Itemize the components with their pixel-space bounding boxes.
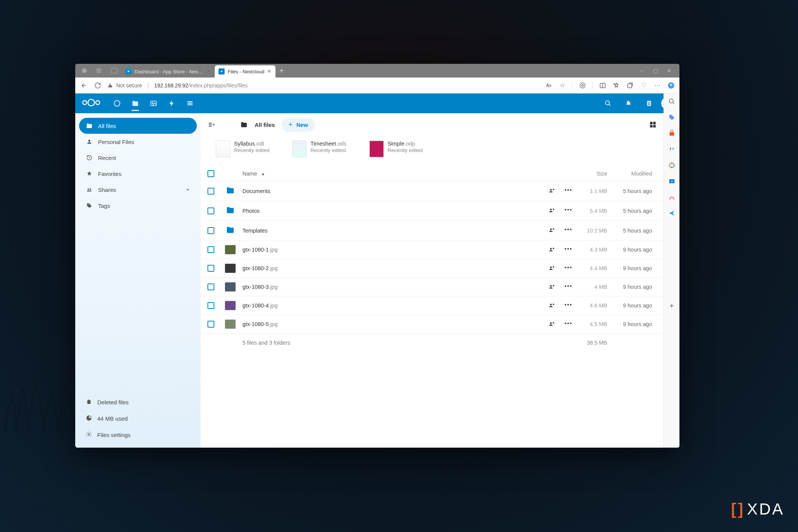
app-photos[interactable] [145,95,162,112]
minimize-button[interactable]: ─ [639,68,644,73]
favorites-bar-icon[interactable] [613,82,620,89]
favorite-icon[interactable]: ☆ [559,82,566,89]
svg-point-0 [128,71,129,72]
heart-icon[interactable]: ♡ [640,82,648,89]
file-modified: 9 hours ago [607,321,657,327]
recent-file[interactable]: Timesheet.ods Recently edited [292,141,347,157]
sidebar-item-tags[interactable]: Tags [79,198,197,214]
tab-files[interactable]: Files - Nextcloud × [215,65,276,78]
sidebar-deleted-files[interactable]: Deleted files [79,394,197,410]
reload-button[interactable] [93,81,102,90]
more-actions-button[interactable]: ••• [564,226,573,234]
row-checkbox[interactable] [207,188,214,195]
read-aloud-icon[interactable]: A)) [545,82,553,89]
tab-actions-icon[interactable] [109,66,119,75]
sidebar-office-icon[interactable] [668,161,676,169]
file-thumbnail [292,141,307,157]
tab-dashboard[interactable]: Dashboard - App Store - Nextcl… × [122,65,215,78]
share-button[interactable] [547,187,556,195]
table-row[interactable]: Documents ••• 1.1 MB 5 hours ago [201,181,663,201]
sidebar-add-icon[interactable]: + [668,302,676,310]
more-icon[interactable]: ⋯ [654,82,661,89]
share-button[interactable] [547,207,556,215]
new-tab-button[interactable]: + [276,66,288,75]
toggle-sidebar-button[interactable] [207,121,215,128]
sidebar-item-all-files[interactable]: All files [79,118,197,134]
sidebar-tools-icon[interactable] [668,145,676,154]
row-checkbox[interactable] [207,265,214,272]
search-button[interactable] [600,95,616,112]
recent-file[interactable]: Simple.odp Recently edited [369,141,423,157]
sidebar-shopping-icon[interactable] [668,129,676,138]
table-row[interactable]: gtx-1080-4.jpg ••• 4.6 MB 9 hours ago [201,296,663,315]
view-grid-button[interactable] [649,121,657,128]
recent-file[interactable]: Syllabus.odt Recently edited [216,141,269,157]
url-field[interactable]: 192.168.29.92/index.php/apps/files/files [154,82,248,89]
file-modified: 5 hours ago [607,228,657,234]
row-checkbox[interactable] [207,321,214,328]
more-actions-button[interactable]: ••• [564,283,573,291]
new-button[interactable]: + New [282,118,315,132]
table-row[interactable]: Templates ••• 10.2 MB 5 hours ago [201,221,663,241]
sidebar-tag-icon[interactable] [668,113,676,122]
select-all-checkbox[interactable] [207,170,214,177]
sidebar-files-settings[interactable]: Files settings [79,427,197,443]
sidebar-item-recent[interactable]: Recent [79,150,197,166]
breadcrumb-root[interactable] [240,121,248,128]
svg-point-12 [96,101,100,104]
sidebar-item-personal[interactable]: Personal Files [79,134,197,150]
share-button[interactable] [547,302,556,310]
close-icon[interactable]: × [207,68,210,75]
nextcloud-logo[interactable] [81,98,101,109]
more-actions-button[interactable]: ••• [564,187,573,195]
table-row[interactable]: gtx-1080-2.jpg ••• 4.4 MB 9 hours ago [201,259,663,278]
app-activity[interactable] [163,95,180,112]
sidebar-outlook-icon[interactable]: O [668,177,676,185]
copilot-icon[interactable] [667,82,675,89]
app-files[interactable] [127,95,144,112]
table-row[interactable]: Photos ••• 5.4 MB 5 hours ago [201,201,663,221]
workspaces-icon[interactable] [94,66,103,75]
row-checkbox[interactable] [207,246,214,253]
sidebar-designer-icon[interactable] [668,193,676,201]
row-checkbox[interactable] [207,283,214,290]
row-checkbox[interactable] [207,302,214,309]
table-row[interactable]: gtx-1080-1.jpg ••• 4.3 MB 9 hours ago [201,241,663,259]
sidebar-search-icon[interactable] [668,97,676,106]
more-actions-button[interactable]: ••• [564,320,573,328]
sidebar-item-favorites[interactable]: Favorites [79,166,197,182]
sidebar-send-icon[interactable] [668,209,676,217]
svg-point-37 [90,188,91,190]
sidebar-item-shares[interactable]: Shares [79,182,197,198]
row-checkbox[interactable] [207,207,214,214]
contacts-button[interactable] [641,95,657,112]
share-button[interactable] [547,264,556,272]
app-deck[interactable] [182,95,198,112]
more-actions-button[interactable]: ••• [564,264,573,272]
security-indicator[interactable]: Not secure [107,82,142,89]
row-checkbox[interactable] [207,227,214,234]
close-icon[interactable]: × [268,68,271,75]
maximize-button[interactable]: ▢ [653,68,658,73]
more-actions-button[interactable]: ••• [564,246,573,254]
extension-icon[interactable] [579,82,586,89]
back-button[interactable] [80,81,88,90]
share-button[interactable] [547,226,556,234]
more-actions-button[interactable]: ••• [564,302,573,310]
column-name[interactable]: Name ▲ [242,171,535,177]
column-modified[interactable]: Modified [607,171,657,177]
profile-icon[interactable] [81,67,88,74]
close-window-button[interactable]: ✕ [667,68,672,73]
more-actions-button[interactable]: ••• [564,207,573,215]
split-screen-icon[interactable] [599,82,606,89]
column-size[interactable]: Size [573,171,607,177]
share-button[interactable] [547,320,556,328]
table-row[interactable]: gtx-1080-5.jpg ••• 4.5 MB 9 hours ago [201,315,663,334]
notifications-button[interactable] [620,95,637,112]
table-row[interactable]: gtx-1080-3.jpg ••• 4 MB 9 hours ago [201,278,663,296]
share-button[interactable] [547,246,556,254]
recent-files: Syllabus.odt Recently edited Timesheet.o… [201,136,663,166]
collections-icon[interactable] [626,82,634,89]
share-button[interactable] [547,283,556,291]
app-dashboard[interactable] [109,95,125,112]
